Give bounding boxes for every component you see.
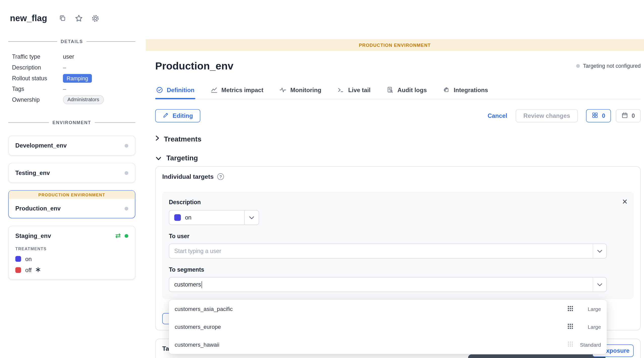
tab-definition[interactable]: Definition [155, 83, 195, 99]
chevron-down-icon [244, 210, 259, 225]
details-list: Traffic type user Description – Rollout … [8, 51, 135, 105]
sidebar: DETAILS Traffic type user Description – … [8, 37, 135, 280]
cancel-button[interactable]: Cancel [488, 113, 507, 119]
treatment-color-red [15, 267, 21, 273]
tab-audit-logs[interactable]: Audit logs [386, 83, 428, 99]
monitoring-icon [279, 86, 286, 93]
review-changes-button[interactable]: Review changes [516, 109, 578, 123]
tab-label: Integrations [454, 87, 488, 93]
detail-value: – [63, 64, 135, 71]
detail-value: – [63, 86, 135, 92]
ownership-pill[interactable]: Administrators [63, 95, 104, 104]
detail-label: Description [12, 64, 63, 71]
rules-count-button[interactable]: 0 [586, 109, 611, 123]
detail-row-tags: Tags – [8, 84, 135, 94]
segment-name: customers_europe [175, 324, 221, 330]
individual-targets-heading: Individual targets [162, 173, 214, 180]
env-card-testing[interactable]: Testing_env [8, 163, 135, 183]
env-card-development[interactable]: Development_env [8, 136, 135, 156]
header-actions [59, 14, 99, 22]
env-name: Production_env [15, 205, 61, 212]
detail-value: user [63, 53, 135, 60]
main-panel: PRODUCTION ENVIRONMENT Production_env Ta… [146, 39, 644, 358]
live-tail-icon [337, 86, 344, 93]
env-name: Staging_env [15, 232, 51, 239]
star-icon[interactable] [75, 14, 83, 22]
details-heading: DETAILS [8, 39, 135, 44]
detail-row-description: Description – [8, 62, 135, 73]
detail-label: Ownership [12, 96, 63, 103]
detail-label: Traffic type [12, 53, 63, 60]
tab-bar: Definition Metrics impact Monitoring Liv… [155, 83, 641, 99]
env-card-production[interactable]: PRODUCTION ENVIRONMENT Production_env [8, 190, 135, 219]
chevron-down-icon [155, 154, 162, 163]
tab-metrics-impact[interactable]: Metrics impact [210, 83, 264, 99]
detail-value: Ramping [63, 74, 135, 82]
section-label: Targeting [166, 154, 198, 163]
user-input[interactable]: Start typing a user [169, 244, 607, 259]
main-content: Production_env Targeting not configured … [146, 60, 644, 358]
calendar-icon [622, 112, 628, 120]
schedule-count-button[interactable]: 0 [616, 109, 641, 123]
tab-monitoring[interactable]: Monitoring [279, 83, 322, 99]
segment-size-label: Large [578, 306, 601, 312]
copy-icon[interactable] [59, 14, 66, 22]
status-dot [124, 207, 128, 210]
segment-option-hawaii[interactable]: customers_hawaii Standard [169, 336, 607, 354]
grid-solid-icon [567, 323, 573, 331]
segment-dropdown: customers_asia_pacific Large customers_e… [169, 300, 607, 354]
question-icon[interactable]: ? [217, 173, 224, 180]
chevron-down-icon[interactable] [593, 244, 606, 258]
section-treatments[interactable]: Treatments [155, 135, 641, 144]
segments-input[interactable]: customers [169, 277, 607, 292]
rules-count: 0 [602, 113, 605, 119]
grid-solid-icon [567, 305, 573, 313]
detail-label: Tags [12, 86, 63, 92]
section-label: Treatments [164, 135, 202, 143]
detail-row-rollout-status: Rollout status Ramping [8, 73, 135, 84]
segment-size-label: Standard [578, 342, 601, 348]
details-heading-label: DETAILS [61, 39, 83, 44]
tab-label: Metrics impact [221, 87, 264, 93]
metrics-icon [211, 86, 218, 93]
detail-row-traffic-type: Traffic type user [8, 51, 135, 62]
chevron-down-icon[interactable] [593, 277, 606, 292]
segment-name: customers_asia_pacific [175, 306, 233, 312]
status-dot [576, 64, 580, 68]
tab-live-tail[interactable]: Live tail [337, 83, 371, 99]
description-label: Description [169, 199, 627, 205]
partial-dark-element [468, 354, 605, 358]
segment-option-europe[interactable]: customers_europe Large [169, 318, 607, 336]
target-rule-panel: × Description on To user Start typing a … [162, 192, 634, 299]
schedule-count: 0 [632, 113, 635, 119]
environment-banner: PRODUCTION ENVIRONMENT [146, 39, 644, 51]
segments-input-value: customers [174, 281, 201, 288]
treatment-color-blue [174, 214, 181, 221]
treatment-on: on [15, 256, 128, 262]
divider [95, 122, 136, 123]
treatment-off: off [15, 267, 128, 273]
environment-heading-label: ENVIRONMENT [52, 120, 91, 125]
detail-value: Administrators [63, 95, 135, 104]
status-badge: Ramping [63, 74, 92, 82]
tab-integrations[interactable]: Integrations [442, 83, 489, 99]
editing-button[interactable]: Editing [155, 109, 200, 123]
status-dot [124, 171, 128, 175]
segment-option-asia-pacific[interactable]: customers_asia_pacific Large [169, 300, 607, 318]
environment-list: Development_env Testing_env PRODUCTION E… [8, 136, 135, 280]
individual-targets-card: Individual targets ? × Description on To… [155, 166, 641, 330]
definition-icon [156, 86, 163, 93]
section-targeting[interactable]: Targeting [155, 154, 641, 163]
user-input-placeholder: Start typing a user [174, 248, 221, 254]
targeting-status-label: Targeting not configured [583, 63, 641, 69]
gear-icon[interactable] [91, 14, 99, 22]
pencil-icon [163, 112, 169, 120]
env-card-staging[interactable]: Staging_env ⇄ TREATMENTS on off [8, 226, 135, 280]
flag-title: new_flag [10, 13, 47, 23]
treatment-select[interactable]: on [169, 210, 259, 225]
to-segments-label: To segments [169, 266, 627, 273]
text-caret [201, 281, 202, 288]
app-window: new_flag DETAILS Traffic type user [0, 0, 644, 358]
edit-toolbar: Editing Cancel Review changes 0 0 [155, 109, 641, 123]
close-icon[interactable]: × [622, 197, 627, 206]
